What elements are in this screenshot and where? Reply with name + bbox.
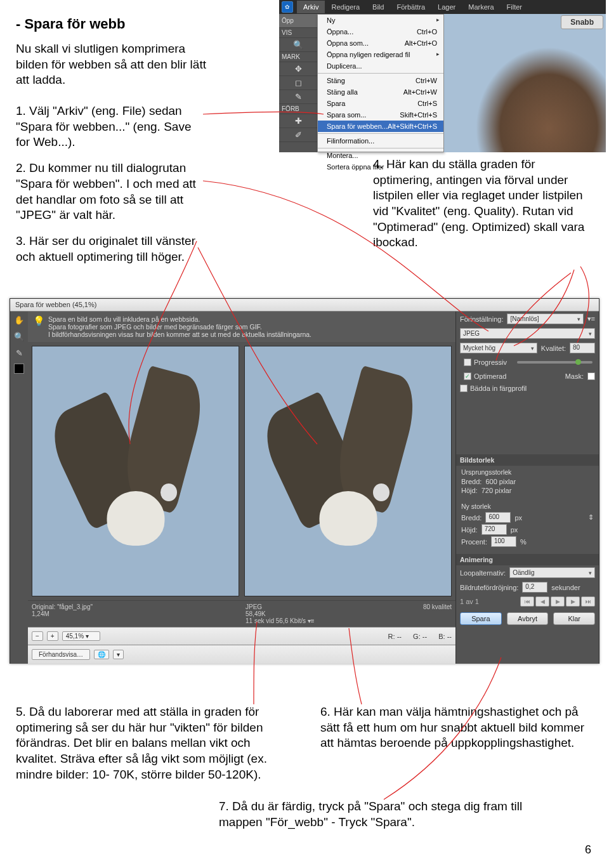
optimized-preview[interactable] — [244, 346, 452, 596]
step-5: 5. Då du laborerar med att ställa in gra… — [16, 704, 289, 782]
orig-width-label: Bredd: — [461, 478, 481, 485]
color-swatch[interactable] — [14, 364, 24, 374]
dialog-title: Spara för webben (45,1%) — [10, 299, 599, 312]
menu-redigera[interactable]: Redigera — [325, 1, 366, 13]
vis-label: VIS — [279, 28, 317, 38]
zoom-out-button[interactable]: − — [32, 631, 43, 641]
original-preview[interactable] — [32, 346, 239, 596]
new-height-input[interactable]: 720 — [481, 524, 507, 535]
r-readout: R: -- — [388, 633, 402, 640]
bildstorlek-header: Bildstorlek — [456, 454, 599, 466]
percent-label: Procent: — [461, 538, 487, 546]
menu-item-montera[interactable]: Montera... — [318, 150, 443, 161]
step-6: 6. Här kan man välja hämtningshastighet … — [320, 704, 593, 782]
menu-separator — [318, 133, 443, 134]
loop-label: Loopalternativ: — [460, 569, 506, 577]
save-button[interactable]: Spara — [460, 612, 502, 625]
quality-value[interactable]: 80 — [570, 343, 595, 353]
quality-preset-dropdown[interactable]: Mycket hög — [460, 343, 537, 353]
menu-markera[interactable]: Markera — [462, 1, 500, 13]
browser-icon[interactable]: 🌐 — [94, 650, 109, 659]
snabb-button[interactable]: Snabb — [561, 15, 603, 29]
eyedropper-icon[interactable]: ✎ — [13, 347, 25, 358]
cancel-button[interactable]: Avbryt — [507, 612, 549, 625]
menu-item-spara[interactable]: SparaCtrl+S — [318, 98, 443, 109]
next-frame-button[interactable]: ▶ — [566, 596, 580, 607]
menu-item-recent[interactable]: Öppna nyligen redigerad fil — [318, 49, 443, 60]
menu-filter[interactable]: Filter — [501, 1, 528, 13]
menu-item-ny[interactable]: Ny — [318, 15, 443, 26]
zoom-tool-icon[interactable]: 🔍 — [13, 331, 25, 342]
new-size-header: Ny storlek — [461, 503, 594, 510]
step-3: 3. Här ser du originalet till vänster oc… — [16, 233, 206, 265]
link-icon[interactable]: ⇕ — [588, 513, 594, 522]
menu-item-save-for-web[interactable]: Spara för webben...Alt+Skift+Ctrl+S — [318, 121, 443, 132]
menu-item-fileinfo[interactable]: Filinformation... — [318, 135, 443, 147]
menu-item-duplicera[interactable]: Duplicera... — [318, 60, 443, 72]
dialog-toolbar: ✋ 🔍 ✎ — [10, 312, 28, 664]
preview-panes — [28, 342, 455, 600]
step-7: 7. Då du är färdig, tryck på "Spara" och… — [219, 799, 536, 830]
new-height-label: Höjd: — [461, 526, 478, 534]
menu-arkiv[interactable]: Arkiv — [297, 1, 325, 13]
percent-input[interactable]: 100 — [491, 536, 516, 547]
first-frame-button[interactable]: ⏮ — [520, 596, 534, 607]
marquee-tool-icon[interactable]: ◻ — [279, 76, 317, 90]
orig-height: 720 pixlar — [481, 487, 512, 494]
progressive-checkbox[interactable] — [464, 358, 471, 366]
menu-bild[interactable]: Bild — [366, 1, 390, 13]
done-button[interactable]: Klar — [553, 612, 595, 625]
new-width-input[interactable]: 600 — [485, 512, 511, 523]
step-2: 2. Du kommer nu till dialogrutan "Spara … — [16, 161, 206, 223]
preview-button[interactable]: Förhandsvisa… — [32, 649, 90, 660]
play-button[interactable]: ▶ — [551, 596, 565, 607]
optimized-label: Optimerad — [474, 372, 506, 380]
embed-profile-checkbox[interactable] — [460, 385, 468, 392]
crop-tool-icon[interactable]: ✚ — [279, 114, 317, 128]
prev-frame-button[interactable]: ◀ — [535, 596, 549, 607]
optimized-info: JPEG 80 kvalitet 58,49K 11 sek vid 56,6 … — [242, 600, 455, 627]
format-dropdown[interactable]: JPEG — [460, 328, 595, 339]
brush-tool-icon[interactable]: ✐ — [279, 128, 317, 142]
delay-label: Bildrutefördröjning: — [460, 584, 518, 591]
delay-input[interactable]: 0,2 — [522, 582, 547, 593]
menu-item-spara-som[interactable]: Spara som...Skift+Ctrl+S — [318, 109, 443, 121]
zoom-level[interactable]: 45,1% ▾ — [62, 631, 100, 641]
bulb-icon: 💡 — [33, 315, 44, 327]
menu-item-sortera[interactable]: Sortera öppna filer — [318, 161, 443, 173]
orig-height-label: Höjd: — [461, 487, 478, 494]
menubar: ✿ Arkiv Redigera Bild Förbättra Lager Ma… — [279, 0, 606, 14]
loop-dropdown[interactable]: Oändlig — [509, 567, 595, 578]
progressive-label: Progressiv — [474, 358, 507, 366]
speed-menu-icon[interactable]: ▾≡ — [308, 617, 315, 624]
original-info: Original: "fågel_3.jpg" 1,24M — [28, 600, 242, 627]
frame-counter: 1 av 1 — [460, 598, 519, 605]
animering-header: Animering — [456, 554, 599, 565]
menu-forbattra[interactable]: Förbättra — [390, 1, 431, 13]
file-dropdown: Ny Öppna...Ctrl+O Öppna som...Alt+Ctrl+O… — [317, 14, 444, 152]
preset-dropdown[interactable]: [Namnlös] — [507, 313, 583, 324]
browser-dropdown-icon[interactable]: ▾ — [113, 650, 124, 659]
menu-item-oppna-som[interactable]: Öppna som...Alt+Ctrl+O — [318, 37, 443, 49]
open-button-truncated[interactable]: Öpp — [279, 14, 317, 28]
mask-label: Mask: — [565, 372, 584, 380]
hint-bar: 💡 Spara en bild som du vill inkludera på… — [28, 312, 455, 342]
zoom-in-button[interactable]: + — [47, 631, 58, 641]
menu-item-stang-alla[interactable]: Stäng allaAlt+Ctrl+W — [318, 86, 443, 98]
mark-label: MARK — [279, 52, 317, 62]
zoom-tool-icon[interactable]: 🔍 — [279, 38, 317, 52]
hand-tool-icon[interactable]: ✋ — [13, 314, 25, 326]
menu-item-oppna[interactable]: Öppna...Ctrl+O — [318, 26, 443, 37]
menu-separator — [318, 148, 443, 148]
lasso-tool-icon[interactable]: ✎ — [279, 90, 317, 104]
canvas-preview: Snabb — [444, 14, 606, 152]
ursprung-header: Ursprungsstorlek — [461, 468, 594, 476]
last-frame-button[interactable]: ⏭ — [581, 596, 595, 607]
mask-swatch[interactable] — [587, 372, 595, 380]
move-tool-icon[interactable]: ✥ — [279, 62, 317, 76]
quality-slider[interactable] — [517, 361, 593, 364]
menu-item-stang[interactable]: StängCtrl+W — [318, 75, 443, 86]
menu-lager[interactable]: Lager — [431, 1, 462, 13]
optimized-checkbox[interactable]: ✓ — [464, 372, 471, 380]
preset-menu-icon[interactable]: ▾≡ — [587, 315, 595, 323]
